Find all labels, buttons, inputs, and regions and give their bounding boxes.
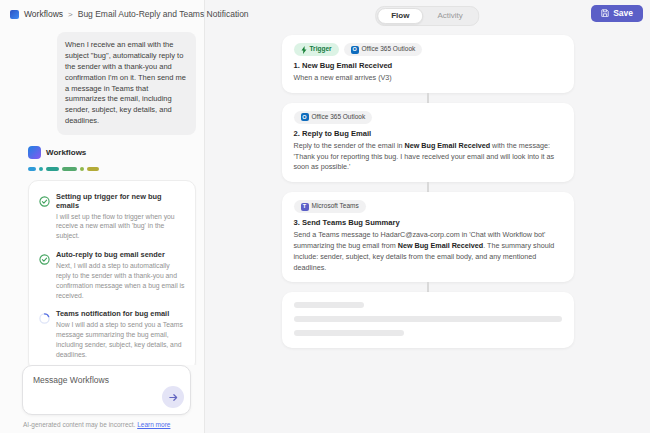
teams-badge: T Microsoft Teams	[294, 200, 366, 213]
outlook-badge: O Office 365 Outlook	[294, 111, 373, 124]
ai-disclaimer: AI-generated content may be incorrect. L…	[22, 421, 191, 428]
arrow-right-icon	[168, 392, 179, 403]
workflows-logo-icon	[10, 10, 19, 19]
user-message-bubble: When I receive an email with the subject…	[57, 32, 196, 135]
flow-card-loading	[282, 292, 574, 348]
step-title: Setting up trigger for new bug emails	[56, 192, 185, 210]
tab-flow[interactable]: Flow	[377, 8, 423, 24]
flow-card-trigger[interactable]: Trigger O Office 365 Outlook 1. New Bug …	[282, 35, 574, 93]
agent-header: Workflows	[28, 146, 196, 159]
skeleton-bar	[294, 316, 562, 322]
tab-activity[interactable]: Activity	[423, 8, 476, 24]
save-icon	[601, 9, 609, 17]
skeleton-bar	[294, 302, 364, 308]
outlook-icon: O	[301, 113, 309, 121]
chat-panel: When I receive an email with the subject…	[0, 0, 205, 433]
flow-canvas: Trigger O Office 365 Outlook 1. New Bug …	[205, 0, 650, 433]
flow-step-description: When a new email arrives (V3)	[294, 73, 562, 84]
flow-connector	[427, 182, 429, 192]
breadcrumb-separator: >	[68, 10, 73, 19]
send-button[interactable]	[162, 386, 184, 408]
flow-step-title: 2. Reply to Bug Email	[294, 129, 562, 138]
top-bar: Workflows > Bug Email Auto-Reply and Tea…	[0, 0, 650, 28]
step-description: Next, I will add a step to automatically…	[56, 261, 185, 300]
check-circle-icon	[39, 192, 50, 242]
flow-card-teams[interactable]: T Microsoft Teams 3. Send Teams Bug Summ…	[282, 192, 574, 282]
skeleton-bar	[294, 330, 404, 336]
disclaimer-text: AI-generated content may be incorrect.	[23, 421, 135, 428]
spinner-icon	[39, 309, 50, 359]
flow-connector	[427, 282, 429, 292]
step-description: I will set up the flow to trigger when y…	[56, 212, 185, 242]
step-description: Now I will add a step to send you a Team…	[56, 320, 185, 359]
check-circle-icon	[39, 250, 50, 300]
flow-step-description: Send a Teams message to HadarC@zava-corp…	[294, 230, 562, 273]
view-toggle: Flow Activity	[375, 6, 479, 26]
teams-icon: T	[301, 203, 309, 211]
step-title: Auto-reply to bug email sender	[56, 250, 185, 259]
lightning-bolt-icon	[301, 46, 307, 54]
breadcrumb: Workflows > Bug Email Auto-Reply and Tea…	[10, 0, 249, 28]
flow-connector	[427, 93, 429, 103]
agent-steps-card: Setting up trigger for new bug emails I …	[28, 180, 196, 366]
outlook-badge: O Office 365 Outlook	[344, 43, 423, 56]
outlook-icon: O	[351, 46, 359, 54]
flow-card-reply[interactable]: O Office 365 Outlook 2. Reply to Bug Ema…	[282, 103, 574, 182]
workflows-app: When I receive an email with the subject…	[0, 0, 650, 433]
step-item: Auto-reply to bug email sender Next, I w…	[39, 250, 185, 300]
workflows-agent-avatar	[28, 146, 41, 159]
agent-name: Workflows	[46, 148, 86, 157]
learn-more-link[interactable]: Learn more	[137, 421, 170, 428]
flow-step-title: 3. Send Teams Bug Summary	[294, 218, 562, 227]
trigger-badge: Trigger	[294, 43, 339, 56]
step-item: Setting up trigger for new bug emails I …	[39, 192, 185, 242]
breadcrumb-app[interactable]: Workflows	[24, 9, 63, 19]
flow-step-description: Reply to the sender of the email in New …	[294, 141, 562, 173]
save-button[interactable]: Save	[591, 5, 643, 22]
step-title: Teams notification for bug email	[56, 309, 185, 318]
flow-step-title: 1. New Bug Email Received	[294, 61, 562, 70]
step-item: Teams notification for bug email Now I w…	[39, 309, 185, 359]
chat-history: When I receive an email with the subject…	[0, 30, 204, 365]
breadcrumb-page-title: Bug Email Auto-Reply and Teams Notificat…	[78, 9, 249, 19]
thinking-indicator	[28, 167, 196, 171]
composer-area: AI-generated content may be incorrect. L…	[0, 365, 204, 433]
message-composer	[22, 365, 191, 415]
